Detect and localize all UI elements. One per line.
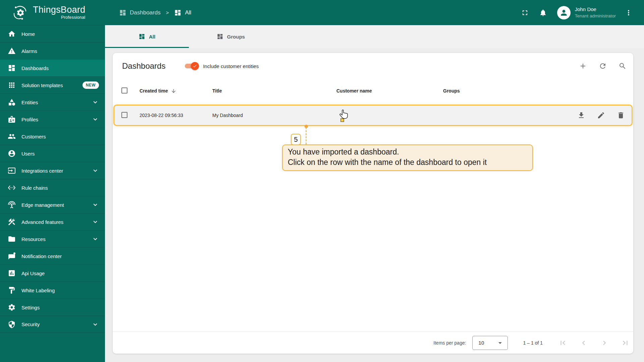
tab-groups[interactable]: Groups [189,25,273,48]
search-icon [619,62,627,70]
app-logo[interactable]: ThingsBoard Professional [0,0,105,25]
export-dashboard-button[interactable] [575,109,588,122]
person-icon [559,8,568,17]
user-role: Tenant administrator [575,13,616,19]
tab-all-label: All [149,34,155,40]
profiles-icon [8,115,16,123]
chevron-down-icon [92,321,99,328]
row-checkbox[interactable] [121,112,127,118]
sidebar-item-api-usage[interactable]: Api Usage [0,264,105,282]
breadcrumb-dashboards[interactable]: Dashboards [119,9,161,16]
bell-icon [539,9,547,17]
sidebar-item-alarms[interactable]: Alarms [0,42,105,59]
chevron-down-icon [92,201,99,208]
chevron-down-icon [92,167,99,174]
include-customer-entities-toggle[interactable] [184,62,198,70]
refresh-button[interactable] [596,59,609,73]
sidebar-item-solution-templates[interactable]: Solution templatesNEW [0,76,105,94]
page-title: Dashboards [122,61,165,71]
settings-icon [8,303,16,311]
sidebar-item-entities[interactable]: Entities [0,94,105,111]
pencil-icon [597,111,605,119]
sidebar-nav: HomeAlarmsDashboardsSolution templatesNE… [0,25,105,333]
toggle-thumb [191,62,199,70]
edit-dashboard-button[interactable] [594,109,608,122]
tutorial-tooltip: You have imported a dashboard. Click on … [282,144,533,171]
toggle-label: Include customer entities [203,63,259,69]
first-page-icon [558,339,567,347]
column-header-customer-name[interactable]: Customer name [336,88,443,94]
chevron-down-icon [92,235,99,243]
home-icon [8,30,16,38]
sidebar-item-integrations-center[interactable]: Integrations center [0,162,105,179]
solution-templates-icon [8,81,16,89]
sidebar-item-dashboards[interactable]: Dashboards [0,59,105,76]
dashboards-icon [217,33,223,40]
column-header-title[interactable]: Title [212,88,336,94]
previous-page-button[interactable] [577,336,590,350]
topbar: Dashboards > All John Doe Tenant ad [105,0,644,25]
sidebar-item-white-labeling[interactable]: White Labeling [0,282,105,299]
breadcrumb-dashboards-label: Dashboards [130,9,161,16]
fullscreen-button[interactable] [518,5,532,20]
add-dashboard-button[interactable] [576,59,590,73]
column-header-groups[interactable]: Groups [443,88,568,94]
brand-name: ThingsBoard [33,5,85,14]
last-page-button[interactable] [619,336,632,350]
select-all-checkbox[interactable] [121,87,127,94]
chevron-right-icon [600,339,609,347]
items-per-page-label: Items per page: [433,340,466,346]
more-menu-button[interactable] [621,5,636,20]
column-header-created-time[interactable]: Created time [140,88,212,94]
dashboard-row-my-dashboard[interactable]: 2023-08-22 09:56:33 My Dashboard [113,105,633,126]
customers-icon [8,132,16,140]
sidebar-item-users[interactable]: Users [0,145,105,162]
tutorial-connector-line [306,127,307,144]
more-vert-icon [625,9,633,17]
download-icon [577,111,585,119]
tab-all[interactable]: All [105,25,189,48]
tutorial-step-badge: 5 [291,134,301,145]
breadcrumb-all[interactable]: All [174,9,191,16]
fullscreen-icon [521,9,529,17]
page-size-select[interactable]: 10 [472,336,508,350]
next-page-button[interactable] [598,336,611,350]
edge-management-icon [8,201,16,209]
cell-title: My Dashboard [212,113,336,118]
notifications-button[interactable] [536,5,550,20]
user-name: John Doe [575,6,616,12]
security-icon [8,320,16,328]
card-toolbar [576,59,629,73]
api-usage-icon [8,269,16,277]
check-icon [193,64,197,68]
trash-icon [617,111,625,119]
search-button[interactable] [616,59,629,73]
sort-desc-icon [171,88,176,94]
integrations-center-icon [8,167,16,175]
sidebar-item-customers[interactable]: Customers [0,128,105,145]
sidebar-item-security[interactable]: Security [0,316,105,333]
sidebar-item-profiles[interactable]: Profiles [0,111,105,128]
card-header: Dashboards Include customer entities [113,53,633,79]
first-page-button[interactable] [556,336,570,350]
sidebar-item-notification-center[interactable]: Notification center [0,247,105,264]
sidebar: ThingsBoard Professional HomeAlarmsDashb… [0,0,105,362]
sidebar-item-edge-management[interactable]: Edge management [0,196,105,213]
user-menu[interactable]: John Doe Tenant administrator [557,6,616,19]
sidebar-item-advanced-features[interactable]: Advanced features [0,213,105,230]
tutorial-line1: You have imported a dashboard. [288,147,527,157]
notification-center-icon [8,252,16,260]
tutorial-line2: Click on the row with the name of the da… [288,157,527,168]
entities-icon [8,98,16,106]
sidebar-item-home[interactable]: Home [0,25,105,42]
delete-dashboard-button[interactable] [614,109,628,122]
table-header-row: Created time Title Customer name Groups [113,79,633,103]
sidebar-item-settings[interactable]: Settings [0,299,105,316]
chevron-down-icon [92,218,99,226]
paginator: Items per page: 10 1 – 1 of 1 [113,331,633,354]
dashboards-card: Dashboards Include customer entities [113,53,633,354]
sidebar-item-rule-chains[interactable]: Rule chains [0,179,105,196]
rule-chains-icon [8,184,16,192]
new-badge: NEW [83,81,99,89]
sidebar-item-resources[interactable]: Resources [0,230,105,247]
